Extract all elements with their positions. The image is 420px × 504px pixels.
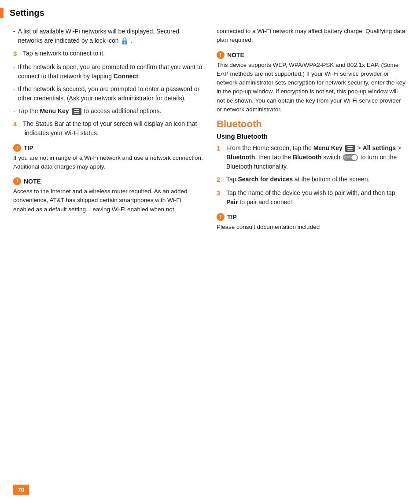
menu-key-icon (345, 145, 355, 152)
bt-tip-header: ! TIP (217, 213, 407, 221)
item-text: Tap the Menu Key to access additional op… (18, 107, 162, 116)
right-note-box: ! NOTE This device supports WEP, WPA/WPA… (217, 51, 407, 114)
step-3-item: 3 Tap a network to connect to it. (13, 49, 203, 59)
bt-tip-label: TIP (227, 213, 237, 221)
step-text: Tap a network to connect to it. (23, 49, 105, 59)
note-icon: ! (13, 177, 21, 185)
page-number: 70 (13, 485, 29, 495)
dash-icon: - (13, 85, 15, 103)
bt-step-3: 3 Tap the name of the device you wish to… (217, 188, 407, 207)
note-label: NOTE (24, 178, 41, 185)
list-item: - A list of available Wi-Fi networks wil… (13, 27, 203, 45)
step-4-item: 4 The Status Bar at the top of your scre… (13, 119, 203, 138)
menu-key-icon (72, 108, 81, 115)
right-column: connected to a Wi-Fi network may affect … (217, 27, 407, 236)
right-note-label: NOTE (227, 52, 244, 59)
using-bluetooth-heading: Using Bluetooth (217, 132, 407, 140)
svg-point-1 (124, 42, 125, 44)
orange-accent-bar (0, 8, 4, 18)
list-item: - Tap the Menu Key to access additional … (13, 107, 203, 116)
dash-icon: - (13, 63, 15, 81)
step-text: From the Home screen, tap the Menu Key >… (226, 143, 407, 171)
bluetooth-heading: Bluetooth (217, 118, 407, 130)
tip-label: TIP (24, 144, 33, 151)
step-number: 4 (13, 119, 20, 138)
bt-tip-text: Please consult documentation included (217, 223, 407, 232)
page-header: Settings (0, 0, 420, 22)
step-number: 3 (13, 49, 20, 59)
right-note-icon: ! (217, 51, 225, 59)
bt-step-2: 2 Tap Search for devices at the bottom o… (217, 175, 407, 185)
intro-text: connected to a Wi-Fi network may affect … (217, 27, 407, 45)
bt-step-1: 1 From the Home screen, tap the Menu Key… (217, 143, 407, 171)
toggle-icon: OFF ON (343, 154, 358, 161)
right-note-text: This device supports WEP, WPA/WPA2-PSK a… (217, 61, 407, 114)
content-wrapper: - A list of available Wi-Fi networks wil… (0, 27, 420, 236)
tip-text: If you are not in range of a Wi-Fi netwo… (13, 154, 203, 172)
step-text: The Status Bar at the top of your screen… (23, 119, 203, 138)
lock-icon (121, 37, 128, 45)
note-text: Access to the Internet and a wireless ro… (13, 187, 203, 214)
list-item: - If the network is open, you are prompt… (13, 63, 203, 81)
bt-tip-box: ! TIP Please consult documentation inclu… (217, 213, 407, 232)
right-note-header: ! NOTE (217, 51, 407, 59)
note-box: ! NOTE Access to the Internet and a wire… (13, 177, 203, 214)
step-number: 3 (217, 188, 224, 207)
item-text: If the network is secured, you are promp… (18, 85, 203, 103)
item-text: A list of available Wi-Fi networks will … (18, 27, 203, 45)
dash-icon: - (13, 107, 15, 116)
dash-icon: - (13, 27, 15, 45)
step-number: 2 (217, 175, 224, 185)
step-number: 1 (217, 143, 224, 171)
step-text: Tap Search for devices at the bottom of … (226, 175, 369, 185)
tip-box: ! TIP If you are not in range of a Wi-Fi… (13, 144, 203, 172)
tip-header: ! TIP (13, 144, 203, 152)
step-text: Tap the name of the device you wish to p… (226, 188, 407, 207)
note-header: ! NOTE (13, 177, 203, 185)
item-text: If the network is open, you are prompted… (18, 63, 203, 81)
left-column: - A list of available Wi-Fi networks wil… (13, 27, 203, 236)
list-item: - If the network is secured, you are pro… (13, 85, 203, 103)
page-title: Settings (10, 8, 44, 18)
tip-icon: ! (13, 144, 21, 152)
bt-tip-icon: ! (217, 213, 225, 221)
